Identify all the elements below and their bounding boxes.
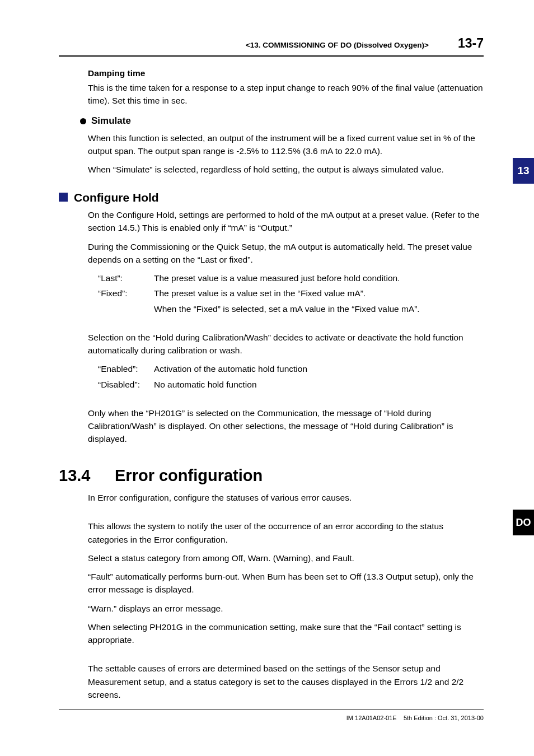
def-desc-last: The preset value is a value measured jus…: [154, 272, 484, 284]
para-error-1: In Error configuration, configure the st…: [88, 491, 484, 504]
page-header: <13. COMMISSIONING OF DO (Dissolved Oxyg…: [59, 34, 484, 57]
para-error-5: “Warn.” displays an error message.: [88, 602, 484, 615]
def-desc-enabled: Activation of the automatic hold functio…: [154, 362, 484, 375]
def-row-fixed: “Fixed”: The preset value is a value set…: [98, 287, 484, 300]
para-hold-selection: Selection on the “Hold during Calibratio…: [88, 331, 484, 357]
para-configure-hold-2: During the Commissioning or the Quick Se…: [88, 240, 484, 267]
para-simulate-2: When “Simulate” is selected, regardless …: [88, 163, 484, 176]
bullet-icon: [80, 118, 86, 124]
definition-list-enabled-disabled: “Enabled”: Activation of the automatic h…: [98, 362, 484, 391]
def-row-enabled: “Enabled”: Activation of the automatic h…: [98, 362, 484, 375]
def-row-last: “Last”: The preset value is a value meas…: [98, 272, 484, 284]
para-error-4: “Fault” automatically performs burn-out.…: [88, 570, 484, 596]
para-error-6: When selecting PH201G in the communicati…: [88, 620, 484, 647]
heading-error-configuration: 13.4 Error configuration: [59, 464, 484, 488]
def-term-empty: [98, 302, 154, 315]
side-tab-chapter: 13: [513, 158, 534, 184]
side-tab-do: DO: [513, 510, 534, 535]
def-desc-fixed: The preset value is a value set in the “…: [154, 287, 484, 300]
heading-configure-hold: Configure Hold: [59, 189, 484, 207]
def-row-disabled: “Disabled”: No automatic hold function: [98, 378, 484, 391]
def-term-fixed: “Fixed”:: [98, 287, 154, 300]
page-footer: IM 12A01A02-01E 5th Edition : Oct. 31, 2…: [59, 710, 484, 723]
definition-list-last-fixed: “Last”: The preset value is a value meas…: [98, 272, 484, 315]
heading-number: 13.4: [59, 464, 115, 488]
para-ph201g-note: Only when the “PH201G” is selected on th…: [88, 407, 484, 446]
para-configure-hold-1: On the Configure Hold, settings are perf…: [88, 208, 484, 235]
def-term-disabled: “Disabled”:: [98, 378, 154, 391]
heading-damping-time: Damping time: [88, 67, 484, 80]
heading-simulate: Simulate: [80, 114, 484, 128]
para-damping-time: This is the time taken for a response to…: [88, 81, 484, 108]
footer-text: IM 12A01A02-01E 5th Edition : Oct. 31, 2…: [346, 715, 484, 721]
def-row-fixed-2: When the “Fixed” is selected, set a mA v…: [98, 302, 484, 315]
para-error-2: This allows the system to notify the use…: [88, 520, 484, 546]
def-term-enabled: “Enabled”:: [98, 362, 154, 375]
heading-configure-hold-label: Configure Hold: [74, 189, 159, 207]
para-error-3: Select a status category from among Off,…: [88, 552, 484, 564]
def-desc-disabled: No automatic hold function: [154, 378, 484, 391]
header-chapter-title: <13. COMMISSIONING OF DO (Dissolved Oxyg…: [246, 40, 429, 51]
header-page-number: 13-7: [458, 34, 484, 53]
para-error-7: The settable causes of errors are determ…: [88, 662, 484, 701]
square-icon: [59, 193, 68, 202]
para-simulate-1: When this function is selected, an outpu…: [88, 132, 484, 158]
heading-simulate-label: Simulate: [91, 114, 131, 128]
def-desc-fixed-2: When the “Fixed” is selected, set a mA v…: [154, 302, 484, 315]
heading-title: Error configuration: [115, 464, 263, 488]
def-term-last: “Last”:: [98, 272, 154, 284]
